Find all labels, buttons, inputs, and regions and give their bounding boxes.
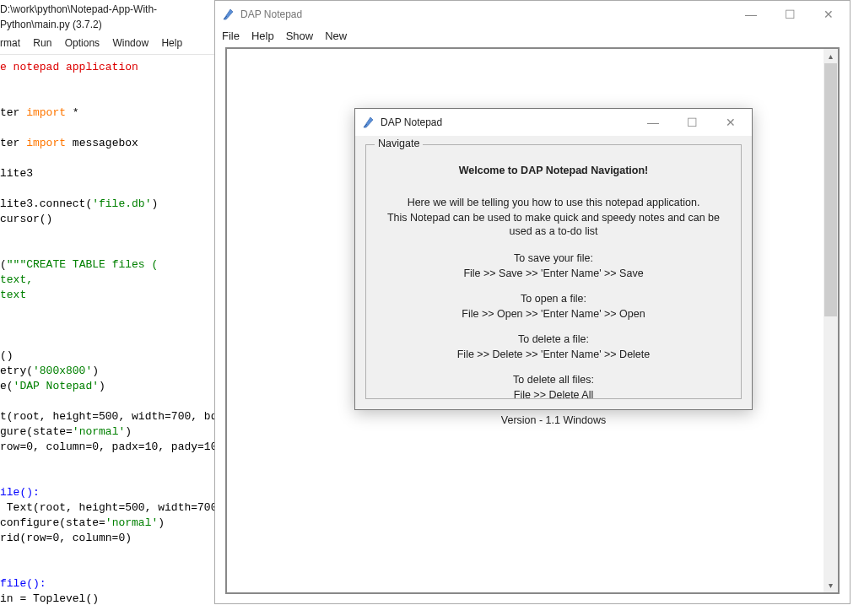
code-line — [0, 561, 219, 576]
navigate-dialog: DAP Notepad — ☐ ✕ Navigate Welcome to DA… — [354, 108, 753, 410]
code-line: ter import messagebox — [0, 136, 219, 151]
code-line: ile(): — [0, 485, 219, 500]
notepad-titlebar[interactable]: DAP Notepad — ☐ ✕ — [215, 1, 850, 28]
code-line — [0, 303, 219, 318]
code-line: file(): — [0, 576, 219, 592]
code-line: text, — [0, 273, 219, 288]
code-line — [0, 75, 219, 90]
code-line — [0, 546, 219, 561]
close-button[interactable]: ✕ — [711, 110, 750, 135]
code-line: rid(row=0, column=0) — [0, 531, 219, 546]
idle-code-area[interactable]: e notepad application ter import * ter i… — [0, 55, 219, 616]
navigate-frame: Navigate Welcome to DAP Notepad Navigati… — [365, 144, 742, 399]
code-line: etry('800x800') — [0, 364, 219, 379]
delete-all-path: File >> Delete All — [375, 388, 732, 402]
code-line — [0, 333, 219, 349]
code-line — [0, 242, 219, 257]
delete-all-heading: To delete all files: — [375, 373, 732, 386]
welcome-heading: Welcome to DAP Notepad Navigation! — [375, 164, 732, 177]
window-controls: — ☐ ✕ — [732, 2, 848, 27]
code-line: configure(state='normal') — [0, 516, 219, 531]
code-line: ("""CREATE TABLE files ( — [0, 257, 219, 273]
code-line: text — [0, 288, 219, 303]
idle-menu-run[interactable]: Run — [33, 37, 51, 49]
menu-new[interactable]: New — [325, 30, 347, 42]
delete-heading: To delete a file: — [375, 332, 732, 346]
code-line: ter import * — [0, 105, 219, 121]
minimize-button[interactable]: — — [634, 110, 672, 135]
close-button[interactable]: ✕ — [809, 2, 848, 27]
idle-menu-window[interactable]: Window — [112, 37, 148, 49]
code-line: Text(root, height=500, width=700, — [0, 500, 219, 516]
code-line — [0, 470, 219, 485]
code-line — [0, 318, 219, 333]
menu-file[interactable]: File — [222, 30, 240, 42]
code-line: t(root, height=500, width=700, bd=5 — [0, 409, 219, 424]
code-line — [0, 121, 219, 136]
menu-show[interactable]: Show — [286, 30, 314, 42]
minimize-button[interactable]: — — [732, 2, 770, 27]
feather-icon — [222, 8, 235, 21]
idle-menu-help[interactable]: Help — [161, 37, 182, 49]
code-line: () — [0, 349, 219, 364]
code-line — [0, 394, 219, 409]
code-line: row=0, column=0, padx=10, pady=10) — [0, 440, 219, 455]
code-line — [0, 151, 219, 166]
maximize-button[interactable]: ☐ — [770, 2, 809, 27]
feather-icon — [362, 116, 375, 129]
scroll-thumb[interactable] — [824, 63, 837, 316]
dialog-title: DAP Notepad — [381, 116, 634, 128]
idle-menu-format[interactable]: rmat — [0, 37, 20, 49]
idle-menu-options[interactable]: Options — [65, 37, 100, 49]
maximize-button[interactable]: ☐ — [672, 110, 711, 135]
vertical-scrollbar[interactable]: ▴ ▾ — [824, 49, 838, 592]
code-line — [0, 455, 219, 470]
version-label: Version - 1.1 Windows — [375, 413, 732, 427]
code-line: cursor() — [0, 212, 219, 227]
delete-path: File >> Delete >> 'Enter Name' >> Delete — [375, 348, 732, 361]
dialog-body: Navigate Welcome to DAP Notepad Navigati… — [355, 136, 752, 409]
code-line: gure(state='normal') — [0, 424, 219, 440]
dialog-window-controls: — ☐ ✕ — [634, 110, 750, 135]
save-path: File >> Save >> 'Enter Name' >> Save — [375, 267, 732, 280]
code-line: lite3.connect('file.db') — [0, 197, 219, 212]
code-line — [0, 181, 219, 197]
idle-menubar[interactable]: rmat Run Options Window Help — [0, 34, 219, 55]
frame-legend: Navigate — [375, 138, 423, 149]
save-heading: To save your file: — [375, 251, 732, 265]
intro-line-2: This Notepad can be used to make quick a… — [375, 211, 732, 238]
idle-title: D:\work\python\Notepad-App-With-Python\m… — [0, 0, 219, 34]
code-line: e notepad application — [0, 60, 219, 75]
dialog-titlebar[interactable]: DAP Notepad — ☐ ✕ — [355, 109, 752, 136]
intro-line-1: Here we will be telling you how to use t… — [375, 196, 732, 209]
open-heading: To open a file: — [375, 292, 732, 305]
code-line: in = Toplevel() — [0, 592, 219, 607]
code-line: e('DAP Notepad') — [0, 379, 219, 394]
code-line — [0, 607, 219, 616]
code-line: lite3 — [0, 166, 219, 181]
code-line — [0, 227, 219, 242]
scroll-up-icon[interactable]: ▴ — [824, 49, 838, 63]
open-path: File >> Open >> 'Enter Name' >> Open — [375, 307, 732, 321]
notepad-title: DAP Notepad — [240, 8, 732, 20]
notepad-menubar: File Help Show New — [215, 28, 850, 47]
code-line — [0, 90, 219, 105]
menu-help[interactable]: Help — [251, 30, 274, 42]
scroll-down-icon[interactable]: ▾ — [824, 578, 838, 592]
idle-editor: D:\work\python\Notepad-App-With-Python\m… — [0, 0, 219, 616]
